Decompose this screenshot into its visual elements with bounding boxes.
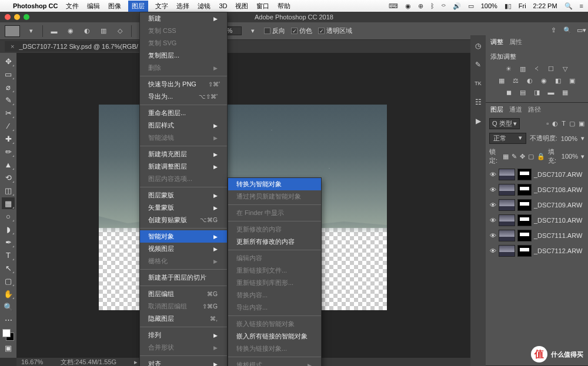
menu-view[interactable]: 视图 xyxy=(235,2,248,11)
menu-image[interactable]: 图像 xyxy=(108,2,121,11)
brush-tool[interactable]: ✏ xyxy=(2,146,15,157)
lock-pixels-icon[interactable]: ✎ xyxy=(512,153,517,160)
menu-item[interactable]: 嵌入所有链接的智能对象 xyxy=(228,330,321,343)
menu-item[interactable]: 创建剪贴蒙版⌥⌘G xyxy=(140,214,227,226)
menu-3d[interactable]: 3D xyxy=(219,2,227,9)
quickmask-tool[interactable]: ▣ xyxy=(2,342,15,354)
quick-select-tool[interactable]: ✎ xyxy=(2,94,15,106)
gradient-preview[interactable] xyxy=(5,25,20,37)
menu-item[interactable]: 新建▶ xyxy=(140,12,227,25)
pen-tool[interactable]: ✒ xyxy=(2,236,15,248)
panel-icon[interactable]: ☷ xyxy=(472,96,484,108)
stamp-tool[interactable]: ▲ xyxy=(2,159,15,170)
menu-select[interactable]: 选择 xyxy=(176,2,189,11)
share-icon[interactable]: ⇪ xyxy=(548,25,559,35)
layer-row[interactable]: 👁_DSC7111.ARW xyxy=(486,228,588,243)
shape-tool[interactable]: ▢ xyxy=(2,275,15,287)
blur-tool[interactable]: ○ xyxy=(2,210,15,222)
edit-toolbar[interactable]: ⋯ xyxy=(2,314,15,325)
menu-window[interactable]: 窗口 xyxy=(256,2,269,11)
chevron-down-icon[interactable]: ▾ xyxy=(26,26,36,36)
curves-icon[interactable]: ⧼ xyxy=(532,65,542,73)
wifi-icon[interactable]: ⌔ xyxy=(442,2,446,9)
angle-gradient-icon[interactable]: ◐ xyxy=(82,26,92,36)
filter-smart-icon[interactable]: ▣ xyxy=(579,120,584,127)
layer-row[interactable]: 👁_DSC7107.ARW xyxy=(486,167,588,182)
spotlight-icon[interactable]: 🔍 xyxy=(564,2,573,10)
hand-tool[interactable]: ✋ xyxy=(2,288,15,300)
siri-icon[interactable]: ◉ xyxy=(405,2,411,10)
threshold-icon[interactable]: ◨ xyxy=(532,88,542,96)
lasso-tool[interactable]: ⌀ xyxy=(2,81,15,93)
menu-item[interactable]: 智能对象▶ xyxy=(140,230,227,243)
lock-all-icon[interactable]: 🔒 xyxy=(537,153,545,160)
menu-item[interactable]: 新建调整图层▶ xyxy=(140,160,227,173)
search-icon[interactable]: 🔍 xyxy=(562,25,573,35)
lock-transparent-icon[interactable]: ▦ xyxy=(503,153,509,160)
menu-item[interactable]: 新建基于图层的切片 xyxy=(140,271,227,284)
color-swatches[interactable] xyxy=(2,329,14,341)
layer-opacity-value[interactable]: 100% xyxy=(561,135,577,142)
history-icon[interactable]: ◷ xyxy=(472,40,484,52)
brightness-icon[interactable]: ☀ xyxy=(504,65,513,73)
close-tab-icon[interactable]: × xyxy=(11,43,14,50)
radial-gradient-icon[interactable]: ◉ xyxy=(65,26,76,36)
volume-icon[interactable]: 🔊 xyxy=(453,2,461,10)
menu-item[interactable]: 图层编组⌘G xyxy=(140,288,227,300)
channel-mixer-icon[interactable]: ◧ xyxy=(553,76,563,85)
filter-shape-icon[interactable]: ▢ xyxy=(569,120,575,127)
layers-tab[interactable]: 图层 xyxy=(490,105,503,114)
channels-tab[interactable]: 通道 xyxy=(509,105,522,114)
selective-color-icon[interactable]: ▦ xyxy=(560,88,570,96)
menu-item[interactable]: 转换为智能对象 xyxy=(228,178,321,190)
menu-layer[interactable]: 图层 xyxy=(128,1,148,12)
properties-tab[interactable]: 属性 xyxy=(509,38,522,46)
lock-position-icon[interactable]: ✥ xyxy=(520,153,525,160)
app-name[interactable]: Photoshop CC xyxy=(13,2,58,9)
visibility-icon[interactable]: 👁 xyxy=(489,171,496,178)
reflected-gradient-icon[interactable]: ▥ xyxy=(98,26,109,36)
visibility-icon[interactable]: 👁 xyxy=(489,202,496,209)
menu-item[interactable]: 复制图层... xyxy=(140,49,227,62)
menu-item[interactable]: 图层蒙版▶ xyxy=(140,189,227,202)
menu-item[interactable]: 对齐▶ xyxy=(140,358,227,366)
vibrance-icon[interactable]: ▽ xyxy=(560,65,570,73)
document-tab[interactable]: × _DSC7107-7112 Sky.psd @ 16.7%(RGB/ xyxy=(5,41,146,52)
photo-filter-icon[interactable]: ◉ xyxy=(539,76,549,85)
layer-row[interactable]: 👁_DSC7108.ARW xyxy=(486,182,588,197)
layer-filter-select[interactable]: Q 类型▾ xyxy=(489,118,520,129)
workspace-icon[interactable]: ▭▾ xyxy=(576,25,587,35)
eraser-tool[interactable]: ◫ xyxy=(2,184,15,196)
adjustments-tab[interactable]: 调整 xyxy=(490,38,503,46)
lock-artboard-icon[interactable]: ▢ xyxy=(528,153,534,160)
lookup-icon[interactable]: ▣ xyxy=(567,76,577,85)
dither-checkbox[interactable]: ✓仿色 xyxy=(291,26,312,35)
menu-item[interactable]: 矢量蒙版▶ xyxy=(140,202,227,214)
sync-icon[interactable]: ⊕ xyxy=(418,2,423,10)
balance-icon[interactable]: ⚖ xyxy=(511,76,520,85)
bw-icon[interactable]: ◐ xyxy=(525,76,534,85)
crop-tool[interactable]: ✂ xyxy=(2,107,15,119)
keyboard-icon[interactable]: ⌨ xyxy=(389,2,398,10)
menu-help[interactable]: 帮助 xyxy=(278,2,290,11)
visibility-icon[interactable]: 👁 xyxy=(489,247,496,254)
hue-icon[interactable]: ▦ xyxy=(497,76,506,85)
menu-item[interactable]: 图层样式▶ xyxy=(140,119,227,132)
gradient-tool[interactable]: ▦ xyxy=(2,197,15,209)
menu-item[interactable]: 视频图层▶ xyxy=(140,243,227,255)
zoom-tool[interactable]: 🔍 xyxy=(2,301,15,313)
history-brush-tool[interactable]: ⟲ xyxy=(2,172,15,183)
flag-icon[interactable]: ▭ xyxy=(468,2,474,10)
invert-icon[interactable]: ◼ xyxy=(504,88,513,96)
visibility-icon[interactable]: 👁 xyxy=(489,186,496,193)
type-tool[interactable]: T xyxy=(2,249,15,261)
marquee-tool[interactable]: ▭ xyxy=(2,68,15,80)
menu-file[interactable]: 文件 xyxy=(66,2,79,11)
visibility-icon[interactable]: 👁 xyxy=(489,232,496,239)
linear-gradient-icon[interactable]: ▬ xyxy=(49,26,59,36)
menu-item[interactable]: 排列▶ xyxy=(140,329,227,341)
levels-icon[interactable]: ▥ xyxy=(518,65,527,73)
menu-edit[interactable]: 编辑 xyxy=(87,2,100,11)
layer-row[interactable]: 👁_DSC7112.ARW xyxy=(486,243,588,258)
heal-tool[interactable]: ✚ xyxy=(2,133,15,145)
